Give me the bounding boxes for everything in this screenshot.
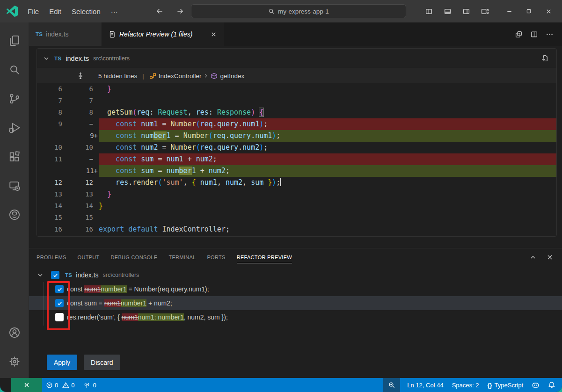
file-path: src\controllers [103,272,139,278]
discard-button[interactable]: Discard [84,355,120,370]
diff-editor: TS index.ts src\controllers 5 hidden lin… [29,46,562,248]
breadcrumb-class[interactable]: IndexController [149,73,202,80]
hidden-lines-label[interactable]: 5 hidden lines [98,73,137,80]
code-editor[interactable]: 66 } 77 88 getSum(req: Request, res: Res… [37,83,556,236]
settings-gear-icon[interactable] [0,350,29,373]
warning-count: 0 [71,382,74,389]
error-count: 0 [55,382,58,389]
accounts-icon[interactable] [0,321,29,344]
diff-file-header[interactable]: TS index.ts src\controllers [37,49,556,68]
explorer-icon[interactable] [0,29,29,52]
tab-problems[interactable]: PROBLEMS [36,252,66,263]
bell-icon [548,381,555,389]
change-checkbox-unchecked[interactable] [55,313,64,321]
compare-changes-icon[interactable] [515,30,523,38]
tab-output[interactable]: OUTPUT [78,252,100,263]
search-view-icon[interactable] [0,58,29,81]
toggle-panel-button[interactable] [440,4,454,18]
status-bar: 0 0 0 Ln 12, Col 44 Spaces: 2 {} TypeScr… [0,378,562,392]
tab-debug-console[interactable]: DEBUG CONSOLE [111,252,158,263]
chevron-down-icon[interactable] [36,271,44,279]
remote-indicator[interactable] [11,378,42,392]
tab-refactor-preview-panel[interactable]: REFACTOR PREVIEW [237,252,292,263]
more-actions-icon[interactable] [546,30,554,38]
run-debug-icon[interactable] [0,116,29,139]
cursor-position-status[interactable]: Ln 12, Col 44 [403,378,447,392]
diff-filename: index.ts [66,55,89,62]
open-file-icon[interactable] [541,54,549,62]
code-line-removed: 9− const num1 = Number(req.query.num1); [37,118,556,130]
source-control-icon[interactable] [0,87,29,110]
navigate-forward-icon[interactable] [176,7,184,15]
error-icon [46,382,53,389]
tab-ports[interactable]: PORTS [207,252,225,263]
change-row-2[interactable]: const sum = num1number1 + num2; [29,296,562,310]
remote-explorer-icon[interactable] [0,174,29,197]
tab-index-ts[interactable]: TS index.ts [29,22,102,46]
command-center-search[interactable]: my-express-app-1 [191,4,406,18]
minimize-button[interactable] [499,3,519,19]
maximize-button[interactable] [519,3,539,19]
change-checkbox-checked[interactable] [55,285,64,293]
code-line: 1010 const num2 = Number(req.query.num2)… [37,142,556,153]
copilot-status[interactable] [527,378,544,392]
github-icon[interactable] [0,203,29,226]
toggle-secondary-sidebar-button[interactable] [459,4,473,18]
code-line: 1515 [37,212,556,224]
indentation-status[interactable]: Spaces: 2 [448,378,483,392]
extensions-icon[interactable] [0,145,29,168]
change-text: const num1number1 = Number(req.query.num… [67,285,209,293]
apply-button[interactable]: Apply [47,355,77,370]
menu-edit[interactable]: Edit [44,6,66,17]
preview-file-icon [109,30,116,38]
editor-tab-bar: TS index.ts Refactor Preview (1 files) [29,22,562,46]
navigate-back-icon[interactable] [155,7,164,15]
menu-file[interactable]: File [22,6,44,17]
chevron-down-icon[interactable] [43,55,50,62]
code-line-current: 1212 res.render('sum', { num1, num2, sum… [37,177,556,189]
code-line-removed: 11− const sum = num1 + num2; [37,153,556,165]
tab-refactor-preview[interactable]: Refactor Preview (1 files) [102,22,224,46]
zoom-status-button[interactable] [383,378,400,392]
titlebar: File Edit Selection ··· my-express-app-1 [0,0,562,22]
copilot-icon [532,381,540,389]
tree-indent-guide [44,282,44,326]
menu-more[interactable]: ··· [106,6,123,17]
broadcast-icon [83,382,90,389]
toggle-primary-sidebar-button[interactable] [422,4,436,18]
chevron-right-icon [203,73,209,79]
vscode-window: File Edit Selection ··· my-express-app-1 [0,0,562,392]
statusbar-corner [0,378,11,392]
bottom-panel: PROBLEMS OUTPUT DEBUG CONSOLE TERMINAL P… [29,248,562,378]
tab-terminal[interactable]: TERMINAL [168,252,196,263]
breadcrumb-method[interactable]: getIndex [211,73,244,80]
change-row-1[interactable]: const num1number1 = Number(req.query.num… [29,282,562,296]
language-status[interactable]: {} TypeScript [483,378,527,392]
change-row-3[interactable]: res.render('sum', { num1num1: number1, n… [29,310,562,324]
unfold-hidden-lines-icon[interactable] [77,72,84,80]
vscode-logo-icon [7,6,18,17]
menu-selection[interactable]: Selection [66,6,106,17]
file-checkbox[interactable] [51,271,59,279]
change-text: const sum = num1number1 + num2; [67,299,172,307]
braces-icon: {} [487,382,492,389]
ports-status[interactable]: 0 [79,378,100,392]
split-editor-icon[interactable] [530,30,538,38]
symbol-class-icon [149,73,156,80]
typescript-file-icon: TS [54,56,61,61]
file-tree-row[interactable]: TS index.ts src\controllers [29,268,562,282]
code-line: 88 getSum(req: Request, res: Response) { [37,107,556,118]
change-checkbox-checked[interactable] [55,299,64,307]
close-panel-icon[interactable] [546,254,554,261]
customize-layout-button[interactable] [478,4,492,18]
zoom-icon [388,381,395,389]
problems-status[interactable]: 0 0 [42,378,74,392]
refactor-preview-tree: TS index.ts src\controllers const num1nu… [29,268,562,324]
maximize-panel-icon[interactable] [529,254,537,261]
notifications-status[interactable] [544,378,562,392]
diff-filepath: src\controllers [93,55,130,62]
close-tab-icon[interactable] [210,31,217,38]
close-window-button[interactable] [539,3,558,19]
code-line: 1616export default IndexController; [37,224,556,235]
search-icon [268,8,275,15]
